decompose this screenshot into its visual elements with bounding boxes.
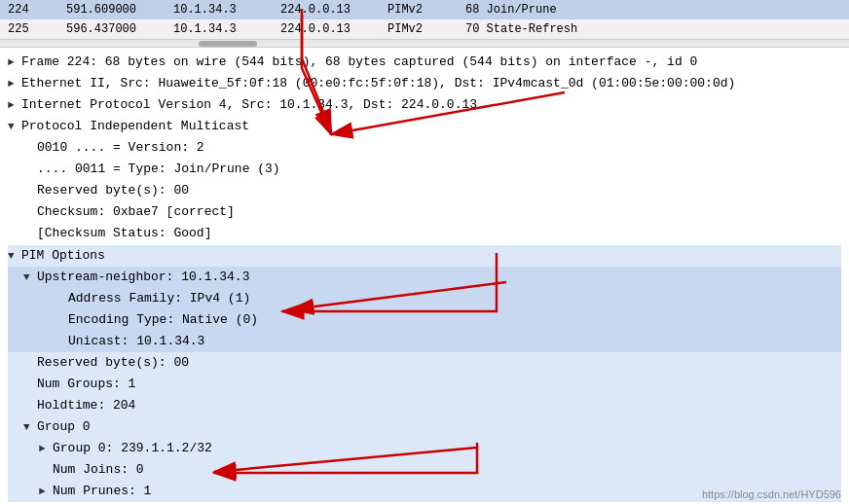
checksum-text: Checksum: 0xbae7 [correct] (37, 202, 235, 222)
address-family-text: Address Family: IPv4 (1) (68, 289, 250, 308)
expand-icon: ▼ (8, 117, 21, 136)
ethernet-text: Ethernet II, Src: Huaweite_5f:0f:18 (00:… (21, 74, 735, 93)
unicast-text: Unicast: 10.1.34.3 (68, 332, 204, 351)
pkt-proto: PIMv2 (384, 1, 461, 18)
holdtime-line[interactable]: Holdtime: 204 (8, 395, 841, 416)
frame-text: Frame 224: 68 bytes on wire (544 bits), … (21, 53, 697, 72)
type-line[interactable]: .... 0011 = Type: Join/Prune (3) (8, 159, 841, 180)
packet-row-224[interactable]: 224 591.609000 10.1.34.3 224.0.0.13 PIMv… (0, 0, 849, 19)
num-prunes-text: Num Prunes: 1 (53, 482, 151, 501)
pkt-src: 10.1.34.3 (169, 20, 277, 38)
group0-addr-expand[interactable]: ► Group 0: 239.1.1.2/32 (8, 438, 841, 459)
ip-expand[interactable]: ► Internet Protocol Version 4, Src: 10.1… (8, 94, 841, 116)
num-groups-line[interactable]: Num Groups: 1 (8, 374, 841, 395)
pim-text: Protocol Independent Multicast (21, 117, 249, 136)
reserved-line[interactable]: Reserved byte(s): 00 (8, 180, 841, 201)
group0-text: Group 0 (37, 417, 91, 437)
scroll-thumb[interactable] (199, 41, 257, 47)
num-groups-text: Num Groups: 1 (37, 375, 135, 394)
pkt-info: 68 Join/Prune (461, 1, 845, 18)
pkt-dst: 224.0.0.13 (277, 20, 384, 38)
upstream-text: Upstream-neighbor: 10.1.34.3 (37, 268, 249, 287)
pim-options-expand[interactable]: ▼ PIM Options (8, 245, 841, 267)
address-family-line[interactable]: Address Family: IPv4 (1) (8, 288, 841, 309)
expand-icon: ▼ (23, 268, 37, 287)
group0-addr-text: Group 0: 239.1.1.2/32 (53, 439, 212, 458)
pim-options-text: PIM Options (21, 246, 105, 266)
reserved2-line[interactable]: Reserved byte(s): 00 (8, 352, 841, 374)
expand-icon: ► (39, 439, 53, 458)
checksum-status-line[interactable]: [Checksum Status: Good] (8, 223, 841, 244)
expand-icon: ▼ (8, 246, 21, 266)
ip-text: Internet Protocol Version 4, Src: 10.1.3… (21, 95, 477, 115)
pkt-dst: 224.0.0.13 (277, 1, 384, 18)
pkt-time: 591.609000 (62, 1, 169, 18)
expand-icon: ► (8, 95, 21, 115)
pkt-proto: PIMv2 (384, 20, 461, 38)
num-joins-line[interactable]: Num Joins: 0 (8, 459, 841, 481)
encoding-line[interactable]: Encoding Type: Native (0) (8, 309, 841, 331)
horizontal-scrollbar[interactable] (0, 40, 849, 48)
num-joins-text: Num Joins: 0 (53, 460, 144, 480)
group0-expand[interactable]: ▼ Group 0 (8, 416, 841, 438)
pkt-info: 70 State-Refresh (461, 20, 845, 38)
packet-list: 224 591.609000 10.1.34.3 224.0.0.13 PIMv… (0, 0, 849, 40)
expand-icon: ▼ (23, 417, 37, 437)
watermark: https://blog.csdn.net/HYD596 (702, 488, 841, 500)
checksum-line[interactable]: Checksum: 0xbae7 [correct] (8, 201, 841, 223)
checksum-status-text: [Checksum Status: Good] (37, 224, 211, 243)
ethernet-expand[interactable]: ► Ethernet II, Src: Huaweite_5f:0f:18 (0… (8, 73, 841, 94)
pkt-src: 10.1.34.3 (169, 1, 277, 18)
pkt-time: 596.437000 (62, 20, 169, 38)
holdtime-text: Holdtime: 204 (37, 396, 135, 415)
pkt-num: 225 (4, 20, 62, 38)
version-line[interactable]: 0010 .... = Version: 2 (8, 137, 841, 159)
unicast-line[interactable]: Unicast: 10.1.34.3 (8, 331, 841, 352)
type-text: .... 0011 = Type: Join/Prune (3) (37, 160, 280, 179)
expand-icon: ► (8, 53, 21, 72)
expand-icon: ► (8, 74, 21, 93)
encoding-text: Encoding Type: Native (0) (68, 310, 258, 330)
pkt-num: 224 (4, 1, 62, 18)
frame-expand[interactable]: ► Frame 224: 68 bytes on wire (544 bits)… (8, 52, 841, 73)
reserved2-text: Reserved byte(s): 00 (37, 353, 189, 373)
pim-expand[interactable]: ▼ Protocol Independent Multicast (8, 116, 841, 137)
version-text: 0010 .... = Version: 2 (37, 138, 204, 158)
reserved-text: Reserved byte(s): 00 (37, 181, 189, 200)
detail-pane: ► Frame 224: 68 bytes on wire (544 bits)… (0, 48, 849, 504)
upstream-expand[interactable]: ▼ Upstream-neighbor: 10.1.34.3 (8, 267, 841, 288)
packet-row-225[interactable]: 225 596.437000 10.1.34.3 224.0.0.13 PIMv… (0, 19, 849, 39)
expand-icon: ► (39, 482, 53, 501)
